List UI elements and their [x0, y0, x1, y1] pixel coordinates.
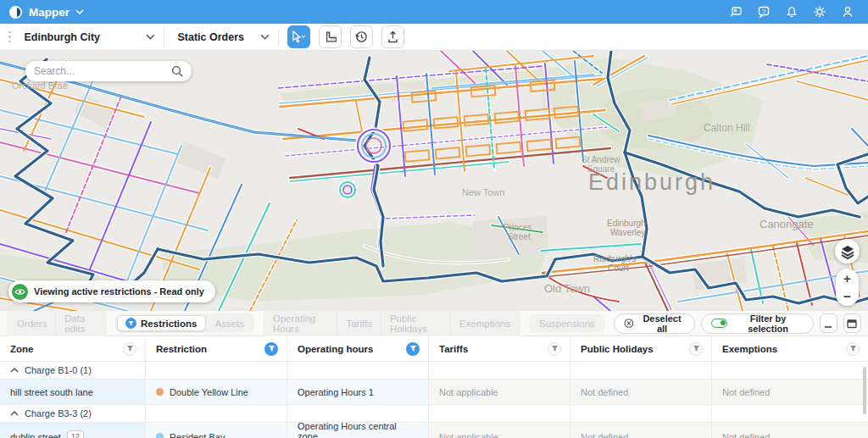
- tab-tariffs[interactable]: Tariffs: [337, 311, 380, 336]
- header-icons: ?: [729, 5, 860, 19]
- svg-text:?: ?: [762, 8, 765, 15]
- tab-label: Assets: [215, 319, 245, 329]
- chevron-down-icon: [75, 9, 84, 14]
- layers-button[interactable]: [835, 239, 860, 263]
- column-header-exemptions[interactable]: Exemptions: [712, 336, 868, 361]
- column-header-tariffs[interactable]: Tariffs: [429, 336, 570, 361]
- mapper-logo: [8, 5, 23, 19]
- operating-hours-name: Operating Hours 1: [298, 387, 374, 397]
- chevron-down-icon: [260, 34, 270, 40]
- group-label: Charge B3-3 (2): [25, 408, 92, 419]
- account-icon[interactable]: [841, 5, 854, 19]
- toggle-on-icon: [711, 319, 727, 328]
- zoom-out-button[interactable]: −: [836, 287, 859, 305]
- search-input[interactable]: [34, 65, 166, 77]
- empty-cell: [146, 405, 287, 422]
- filter-icon[interactable]: [846, 342, 860, 356]
- empty-cell: [429, 362, 570, 379]
- filter-active-icon[interactable]: [264, 342, 278, 356]
- collapse-icon[interactable]: [10, 411, 19, 416]
- settings-icon[interactable]: [813, 5, 826, 19]
- history-icon: [354, 30, 369, 44]
- table-row[interactable]: dublin street12Resident BayOperating Hou…: [0, 423, 868, 438]
- filter-icon[interactable]: [548, 342, 561, 356]
- operating-hours-name: Operating Hours central zone: [298, 423, 418, 438]
- empty-cell: [429, 405, 570, 422]
- empty-cell: [570, 362, 712, 379]
- table-header: ZoneRestrictionOperating hoursTariffsPub…: [0, 336, 868, 362]
- tab-suspensions[interactable]: Suspensions: [531, 316, 604, 331]
- tab-label: Tariffs: [346, 319, 371, 329]
- tab-label: Suspensions: [539, 319, 595, 329]
- notifications-icon[interactable]: [785, 5, 798, 19]
- chevron-down-icon: [146, 34, 155, 40]
- help-icon[interactable]: ?: [757, 5, 771, 19]
- city-selector[interactable]: Edinburgh City: [21, 31, 155, 43]
- cell-tariffs-value: Not applicable: [439, 387, 498, 397]
- filter-by-selection-button[interactable]: Filter by selection: [701, 313, 813, 334]
- minimize-panel-button[interactable]: [820, 313, 837, 333]
- deselect-all-button[interactable]: Deselect all: [614, 313, 696, 334]
- column-label: Tariffs: [439, 344, 468, 354]
- eye-icon: [12, 284, 28, 300]
- tab-public-holidays[interactable]: Public Holidays: [381, 311, 450, 336]
- zone-count-badge: 12: [67, 430, 84, 438]
- tab-exemptions[interactable]: Exemptions: [450, 311, 519, 336]
- zoom-in-button[interactable]: +: [836, 269, 859, 287]
- column-label: Public Holidays: [581, 344, 654, 354]
- map-search[interactable]: [25, 61, 192, 81]
- restriction-color-dot: [156, 388, 164, 396]
- status-text: Viewing active restrictions - Read only: [34, 286, 204, 297]
- filter-active-icon[interactable]: [406, 342, 420, 356]
- map-canvas[interactable]: [0, 51, 868, 311]
- column-header-zone[interactable]: Zone: [0, 336, 146, 361]
- drag-handle[interactable]: [7, 31, 13, 43]
- export-tool-button[interactable]: [381, 25, 404, 48]
- measure-tool-button[interactable]: [319, 25, 342, 48]
- map-toolbar: Edinburgh City Static Orders: [0, 24, 868, 51]
- expand-panel-button[interactable]: [843, 313, 861, 333]
- column-header-public-holidays[interactable]: Public Holidays: [570, 336, 712, 361]
- table-scrollbar[interactable]: [863, 367, 866, 414]
- map-view[interactable]: Orchard BraeCalton HillSt AndrewSquareEd…: [0, 51, 868, 311]
- tab-assets[interactable]: Assets: [206, 315, 253, 331]
- zone-group-row[interactable]: Charge B3-3 (2): [0, 405, 868, 423]
- tour-icon[interactable]: [729, 5, 743, 19]
- tab-label: Operating Hours: [273, 313, 328, 334]
- app-menu[interactable]: Mapper: [8, 5, 84, 19]
- empty-cell: [712, 405, 868, 422]
- divider: [278, 29, 279, 46]
- select-tool-button[interactable]: [287, 25, 310, 48]
- ruler-icon: [323, 30, 337, 44]
- deselect-all-label: Deselect all: [639, 313, 686, 334]
- tab-orders[interactable]: Orders: [8, 311, 55, 336]
- tab-group: OrdersData edits: [7, 309, 107, 338]
- cell-tariffs-value: Not applicable: [439, 432, 498, 438]
- collapse-icon[interactable]: [10, 368, 19, 373]
- filter-icon[interactable]: [123, 342, 136, 356]
- restriction-name: Double Yellow Line: [170, 387, 248, 397]
- column-label: Operating hours: [298, 344, 373, 354]
- empty-cell: [712, 362, 868, 379]
- table-row[interactable]: hill street south laneDouble Yellow Line…: [0, 380, 868, 405]
- filter-icon: [125, 318, 136, 329]
- tab-data-edits[interactable]: Data edits: [55, 311, 105, 336]
- tab-label: Public Holidays: [390, 313, 442, 334]
- zoom-control: + −: [836, 269, 859, 306]
- tab-group: RestrictionsAssets: [115, 313, 254, 333]
- tab-operating-hours[interactable]: Operating Hours: [264, 311, 337, 336]
- order-type-selector[interactable]: Static Orders: [178, 31, 270, 43]
- tab-restrictions[interactable]: Restrictions: [117, 315, 205, 331]
- zone-group-row[interactable]: Charge B1-0 (1): [0, 362, 868, 380]
- column-header-operating-hours[interactable]: Operating hours: [287, 336, 429, 361]
- order-type-value: Static Orders: [178, 31, 245, 43]
- empty-cell: [146, 362, 287, 379]
- column-header-restriction[interactable]: Restriction: [146, 336, 287, 361]
- group-label: Charge B1-0 (1): [25, 365, 92, 375]
- filter-icon[interactable]: [689, 342, 703, 356]
- cell-tariffs: Not applicable: [429, 380, 570, 404]
- column-label: Restriction: [156, 344, 207, 354]
- history-tool-button[interactable]: [350, 25, 373, 48]
- read-only-status-pill: Viewing active restrictions - Read only: [8, 280, 215, 302]
- cell-exemptions-value: Not defined: [722, 387, 770, 397]
